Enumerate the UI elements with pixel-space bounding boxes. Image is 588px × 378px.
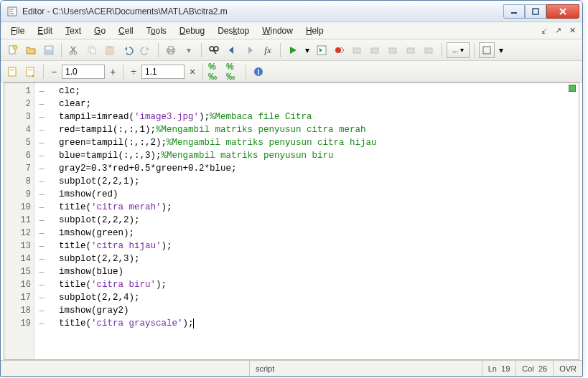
maximize-button[interactable] bbox=[525, 4, 546, 19]
cell-eval-advance-icon[interactable] bbox=[23, 64, 39, 80]
status-line: Ln 19 bbox=[482, 361, 516, 376]
layout-button[interactable] bbox=[479, 42, 495, 58]
cell-insert2-icon[interactable]: %‰ bbox=[225, 64, 241, 80]
svg-text:i: i bbox=[258, 68, 260, 76]
undock-icon[interactable]: ↗ bbox=[552, 25, 564, 37]
app-icon bbox=[6, 6, 18, 17]
statusbar: script Ln 19 Col 26 OVR bbox=[1, 360, 582, 376]
forward-icon[interactable] bbox=[242, 42, 258, 58]
times-op[interactable]: × bbox=[187, 66, 198, 77]
info-icon[interactable]: i bbox=[251, 64, 266, 80]
menu-cell[interactable]: Cell bbox=[113, 24, 139, 38]
menubar: File Edit Text Go Cell Tools Debug Deskt… bbox=[1, 22, 582, 39]
code-area[interactable]: clc;clear;tampil=imread('image3.jpg');%M… bbox=[49, 83, 579, 359]
open-file-icon[interactable] bbox=[23, 42, 39, 58]
status-type: script bbox=[249, 361, 407, 376]
svg-rect-28 bbox=[27, 67, 34, 76]
svg-rect-24 bbox=[425, 48, 432, 53]
toolbar-main: ▾ fx ▾ ... ▾ ▾ bbox=[1, 39, 582, 61]
menu-desktop[interactable]: Desktop bbox=[212, 24, 255, 38]
print-icon[interactable] bbox=[163, 42, 179, 58]
svg-rect-22 bbox=[389, 48, 396, 53]
code-editor[interactable]: 1 2 3 4 5 6 7 8 9 10 11 12 13 14 15 16 1… bbox=[4, 82, 579, 360]
paste-icon[interactable] bbox=[102, 42, 118, 58]
menu-tools[interactable]: Tools bbox=[141, 24, 172, 38]
svg-rect-12 bbox=[108, 46, 111, 48]
editor-window: Editor - C:\Users\ACER\Documents\MATLAB\… bbox=[0, 0, 583, 377]
minus-op[interactable]: − bbox=[48, 66, 60, 77]
cut-icon[interactable] bbox=[66, 42, 82, 58]
toolbar-cell: − + ÷ × %‰ %‰ i bbox=[1, 61, 582, 82]
step-out-icon[interactable] bbox=[386, 42, 401, 58]
doc-close-icon[interactable]: ✕ bbox=[566, 25, 578, 37]
svg-point-17 bbox=[214, 47, 218, 51]
menu-go[interactable]: Go bbox=[88, 24, 111, 38]
cell-eval-icon[interactable] bbox=[5, 64, 21, 80]
back-icon[interactable] bbox=[224, 42, 240, 58]
menu-file[interactable]: File bbox=[5, 24, 30, 38]
svg-rect-20 bbox=[353, 48, 360, 53]
menu-help[interactable]: Help bbox=[300, 24, 330, 38]
svg-rect-27 bbox=[10, 69, 14, 71]
find-icon[interactable] bbox=[206, 42, 222, 58]
increment-field-1[interactable] bbox=[62, 65, 105, 79]
run-dropdown-icon[interactable]: ▾ bbox=[303, 42, 312, 58]
cell-insert-icon[interactable]: %‰ bbox=[207, 64, 223, 80]
run-advance-icon[interactable] bbox=[314, 42, 330, 58]
stop-debug-icon[interactable] bbox=[421, 42, 437, 58]
svg-rect-26 bbox=[9, 67, 16, 76]
fold-gutter[interactable]: ––––––––––––––––––– bbox=[34, 83, 49, 359]
undo-icon[interactable] bbox=[120, 42, 136, 58]
continue-icon[interactable] bbox=[403, 42, 419, 58]
svg-rect-25 bbox=[483, 47, 490, 54]
svg-rect-10 bbox=[90, 48, 95, 54]
increment-field-2[interactable] bbox=[141, 65, 185, 79]
menu-text[interactable]: Text bbox=[60, 24, 87, 38]
code-health-indicator[interactable] bbox=[569, 85, 576, 92]
svg-rect-29 bbox=[28, 69, 32, 71]
svg-rect-14 bbox=[169, 47, 173, 49]
svg-point-19 bbox=[335, 47, 341, 53]
fx-icon[interactable]: fx bbox=[260, 42, 276, 58]
svg-rect-6 bbox=[46, 47, 52, 49]
save-icon[interactable] bbox=[41, 42, 57, 58]
divide-op[interactable]: ÷ bbox=[128, 66, 139, 77]
status-col: Col 26 bbox=[515, 361, 553, 376]
window-title: Editor - C:\Users\ACER\Documents\MATLAB\… bbox=[22, 6, 503, 16]
copy-icon[interactable] bbox=[84, 42, 100, 58]
breakpoint-clear-icon[interactable] bbox=[332, 42, 347, 58]
menu-window[interactable]: Window bbox=[256, 24, 299, 38]
menu-debug[interactable]: Debug bbox=[174, 24, 210, 38]
run-icon[interactable] bbox=[285, 42, 301, 58]
plus-op[interactable]: + bbox=[107, 66, 118, 77]
redo-icon[interactable] bbox=[138, 42, 154, 58]
dock-icon[interactable]: ⭹ bbox=[538, 25, 549, 37]
print-dropdown-icon[interactable]: ▾ bbox=[181, 42, 197, 58]
menu-edit[interactable]: Edit bbox=[32, 24, 58, 38]
step-icon[interactable] bbox=[350, 42, 365, 58]
svg-rect-21 bbox=[371, 48, 378, 53]
new-file-icon[interactable] bbox=[5, 42, 21, 58]
layout-dropdown-icon[interactable]: ▾ bbox=[497, 42, 505, 58]
svg-point-4 bbox=[13, 45, 17, 49]
minimize-button[interactable] bbox=[503, 4, 525, 19]
stack-dropdown[interactable]: ... ▾ bbox=[447, 42, 470, 58]
svg-rect-2 bbox=[533, 9, 538, 14]
svg-rect-23 bbox=[407, 48, 414, 53]
svg-rect-15 bbox=[169, 52, 173, 54]
status-ovr[interactable]: OVR bbox=[553, 361, 582, 376]
titlebar[interactable]: Editor - C:\Users\ACER\Documents\MATLAB\… bbox=[1, 1, 582, 22]
line-number-gutter[interactable]: 1 2 3 4 5 6 7 8 9 10 11 12 13 14 15 16 1… bbox=[4, 83, 34, 359]
step-in-icon[interactable] bbox=[368, 42, 383, 58]
window-controls bbox=[503, 4, 579, 19]
close-button[interactable] bbox=[546, 4, 579, 19]
